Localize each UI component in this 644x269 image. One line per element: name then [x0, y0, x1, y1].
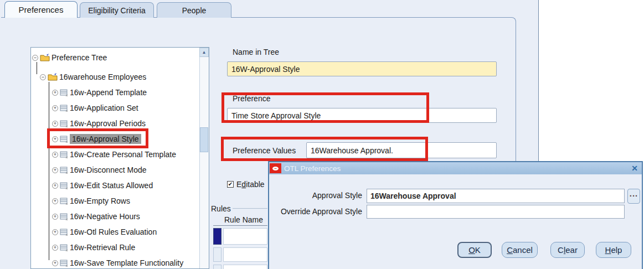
- folder-icon: [40, 54, 50, 61]
- screenshot-root: Preferences Eligibility Criteria People …: [0, 0, 644, 269]
- window-right-border: [538, 0, 539, 162]
- expand-toggle-icon[interactable]: +: [52, 121, 58, 127]
- preference-node-icon: [60, 260, 68, 267]
- expand-toggle-icon[interactable]: +: [52, 229, 58, 235]
- tree-item[interactable]: + 16w-Application Set: [52, 102, 138, 113]
- oracle-logo-icon: [270, 163, 281, 173]
- preference-node-icon: [60, 120, 68, 127]
- preference-node-icon: [60, 89, 68, 96]
- tree-item[interactable]: + 16w-Create Personal Template: [52, 149, 176, 160]
- record-indicator-current[interactable]: [213, 228, 221, 245]
- tree-item[interactable]: + 16w-Edit Status Allowed: [52, 180, 153, 191]
- tree-node-label: 16warehouse Employees: [59, 73, 146, 81]
- scroll-up-arrow-icon[interactable]: ▲: [199, 48, 209, 57]
- approval-style-field[interactable]: 16Warehouse Approval: [367, 189, 625, 203]
- tree-connector-line: [49, 82, 49, 260]
- tree-item-label: 16w-Append Template: [70, 88, 147, 97]
- tree-item[interactable]: + 16w-Approval Periods: [52, 118, 146, 129]
- tree-connector-line: [37, 62, 37, 74]
- preference-field[interactable]: Time Store Approval Style: [227, 108, 497, 123]
- preference-tree[interactable]: − Preference Tree − 16warehouse Employee…: [30, 47, 209, 269]
- dialog-title: OTL Preferences: [284, 164, 341, 173]
- ok-button[interactable]: OK: [457, 242, 492, 258]
- expand-toggle-icon[interactable]: +: [52, 167, 58, 173]
- tree-item[interactable]: + 16w-Empty Rows: [52, 195, 130, 206]
- folder-icon: [48, 73, 58, 81]
- rule-name-cell[interactable]: [223, 228, 267, 245]
- rules-header-divider: [213, 225, 267, 226]
- close-icon[interactable]: ✕: [631, 164, 638, 173]
- tree-item-label: 16w-Save Template Functionality: [70, 258, 183, 267]
- cancel-button[interactable]: Cancel: [502, 242, 538, 258]
- tree-node-label: Preference Tree: [51, 53, 107, 62]
- expand-toggle-icon[interactable]: +: [52, 90, 58, 96]
- preference-node-icon: [60, 213, 68, 220]
- rule-name-cell[interactable]: [223, 265, 267, 269]
- tree-item[interactable]: + 16w-Retrieval Rule: [52, 242, 135, 253]
- preference-values-label: Preference Values: [233, 146, 296, 155]
- tree-item-label: 16w-Edit Status Allowed: [70, 181, 153, 190]
- tab-people[interactable]: People: [157, 2, 231, 18]
- tree-item-label: 16w-Approval Periods: [70, 119, 146, 128]
- tree-item[interactable]: + 16w-Disconnect Mode: [52, 164, 147, 175]
- tree-item-label: 16w-Application Set: [70, 104, 138, 112]
- preference-node-icon: [60, 167, 68, 174]
- tree-item-label: 16w-Create Personal Template: [70, 150, 176, 159]
- approval-style-label: Approval Style: [271, 191, 362, 200]
- tree-item-label: 16w-Disconnect Mode: [70, 165, 147, 174]
- rules-frame-border: [233, 208, 267, 209]
- tab-eligibility-criteria[interactable]: Eligibility Criteria: [80, 2, 154, 18]
- otl-preferences-dialog: OTL Preferences ✕ Approval Style 16Wareh…: [268, 161, 643, 269]
- lov-button[interactable]: ...: [627, 189, 640, 204]
- tree-item[interactable]: + 16w-Save Template Functionality: [52, 257, 183, 268]
- tree-scrollbar-thumb[interactable]: [200, 127, 208, 152]
- expand-toggle-icon[interactable]: +: [52, 136, 58, 142]
- record-indicator[interactable]: [213, 265, 221, 269]
- preference-label: Preference: [233, 94, 270, 103]
- clear-button[interactable]: Clear: [550, 242, 585, 258]
- expand-toggle-icon[interactable]: +: [52, 260, 58, 266]
- tree-node-group[interactable]: − 16warehouse Employees: [40, 71, 146, 82]
- name-in-tree-label: Name in Tree: [233, 48, 279, 56]
- name-in-tree-field[interactable]: 16W-Approval Style: [227, 61, 497, 76]
- preference-node-icon: [60, 244, 68, 251]
- help-button[interactable]: Help: [596, 242, 631, 258]
- tree-item[interactable]: + 16w-Append Template: [52, 87, 147, 98]
- tab-preferences[interactable]: Preferences: [4, 1, 78, 18]
- preference-node-icon: [60, 105, 68, 112]
- preference-values-field[interactable]: 16Warehouse Approval.: [306, 142, 497, 158]
- record-indicator[interactable]: [213, 247, 221, 262]
- tree-item[interactable]: + 16w-Negative Hours: [52, 211, 140, 222]
- rule-name-column-header: Rule Name: [224, 215, 263, 224]
- preference-node-icon: [60, 136, 68, 143]
- collapse-toggle-icon[interactable]: −: [40, 74, 46, 80]
- override-approval-style-label: Override Approval Style: [271, 207, 362, 216]
- expand-toggle-icon[interactable]: +: [52, 214, 58, 220]
- tree-item-label: 16w-Retrieval Rule: [70, 243, 135, 252]
- preference-node-icon: [60, 182, 68, 189]
- expand-toggle-icon[interactable]: +: [52, 183, 58, 189]
- rules-frame-label: Rules: [211, 204, 231, 213]
- tree-item-selected[interactable]: + 16w-Approval Style: [52, 133, 141, 144]
- editable-checkbox-label: Editable: [236, 180, 265, 189]
- expand-toggle-icon[interactable]: +: [52, 198, 58, 204]
- tree-item[interactable]: + 16w-Otl Rules Evaluation: [52, 226, 157, 237]
- tree-item-label: 16w-Otl Rules Evaluation: [70, 227, 157, 236]
- expand-toggle-icon[interactable]: +: [52, 105, 58, 111]
- rule-name-cell[interactable]: [223, 247, 267, 262]
- expand-toggle-icon[interactable]: +: [52, 245, 58, 251]
- editable-checkbox[interactable]: ✔: [227, 181, 234, 188]
- collapse-toggle-icon[interactable]: −: [32, 55, 38, 61]
- dialog-titlebar[interactable]: OTL Preferences ✕: [269, 162, 642, 174]
- preference-node-icon: [60, 151, 68, 158]
- tree-item-label: 16w-Negative Hours: [70, 212, 140, 221]
- tree-scrollbar-track[interactable]: [199, 48, 209, 268]
- tree-item-label: 16w-Empty Rows: [70, 196, 130, 205]
- expand-toggle-icon[interactable]: +: [52, 152, 58, 158]
- tree-node-root[interactable]: − Preference Tree: [32, 52, 107, 63]
- preference-node-icon: [60, 198, 68, 205]
- preference-node-icon: [60, 229, 68, 236]
- override-approval-style-field[interactable]: [367, 205, 625, 219]
- tree-item-label: 16w-Approval Style: [70, 134, 141, 144]
